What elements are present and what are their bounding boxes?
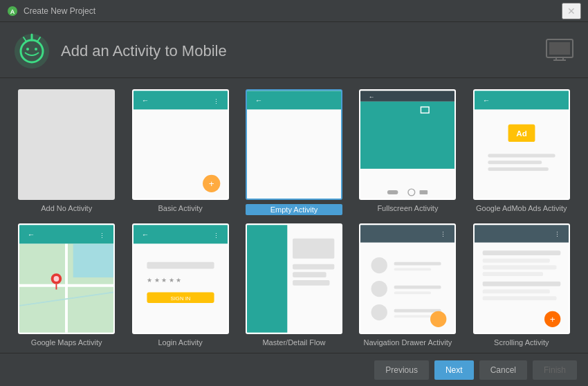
svg-rect-85 bbox=[482, 290, 549, 294]
dialog: Add an Activity to Mobile Add No Activit… bbox=[0, 22, 588, 386]
svg-rect-37 bbox=[488, 160, 542, 164]
thumb-scrolling-svg: ⋮ + bbox=[475, 225, 569, 333]
svg-rect-84 bbox=[482, 282, 560, 286]
svg-text:SIGN IN: SIGN IN bbox=[170, 295, 190, 302]
thumb-basic-svg: ← ⋮ + bbox=[134, 91, 228, 199]
thumb-navdrawer: ⋮ bbox=[359, 223, 456, 334]
svg-text:★ ★ ★ ★ ★: ★ ★ ★ ★ ★ bbox=[147, 277, 181, 284]
svg-point-67 bbox=[371, 257, 387, 273]
activity-item-navdrawer[interactable]: ⋮ Navigation Dra bbox=[355, 223, 460, 347]
label-login: Login Activity bbox=[158, 338, 202, 347]
activity-item-empty[interactable]: ← Empty Activity bbox=[241, 89, 347, 215]
title-bar-left: A Create New Project bbox=[7, 6, 95, 17]
finish-button[interactable]: Finish bbox=[533, 360, 577, 380]
svg-text:Ad: Ad bbox=[516, 129, 527, 138]
svg-rect-30 bbox=[420, 190, 428, 194]
thumb-fullscreen-svg: ← bbox=[360, 91, 454, 199]
thumb-masterdetail-svg bbox=[247, 225, 341, 333]
svg-text:⋮: ⋮ bbox=[440, 231, 446, 238]
svg-text:⋮: ⋮ bbox=[212, 232, 219, 239]
svg-point-6 bbox=[35, 48, 37, 50]
svg-rect-72 bbox=[394, 291, 431, 294]
svg-rect-82 bbox=[482, 266, 556, 270]
header: Add an Activity to Mobile bbox=[0, 22, 588, 78]
activity-item-masterdetail[interactable]: Master/Detail Flow bbox=[241, 223, 347, 347]
svg-rect-28 bbox=[387, 190, 398, 194]
svg-text:←: ← bbox=[141, 230, 149, 239]
svg-rect-59 bbox=[247, 225, 287, 332]
svg-text:←: ← bbox=[141, 96, 149, 104]
svg-point-5 bbox=[26, 48, 29, 50]
header-title: Add an Activity to Mobile bbox=[61, 42, 227, 60]
thumb-maps-svg: ← ⋮ bbox=[19, 225, 113, 333]
svg-text:←: ← bbox=[28, 230, 35, 239]
svg-rect-86 bbox=[482, 296, 556, 300]
android-logo bbox=[14, 33, 50, 69]
svg-text:⋮: ⋮ bbox=[99, 232, 105, 239]
thumb-masterdetail bbox=[246, 223, 342, 334]
thumb-empty: ← bbox=[246, 89, 342, 200]
svg-rect-83 bbox=[482, 272, 542, 276]
svg-rect-36 bbox=[488, 154, 555, 158]
label-fullscreen: Fullscreen Activity bbox=[377, 204, 438, 212]
label-basic: Basic Activity bbox=[158, 204, 203, 212]
svg-rect-71 bbox=[394, 286, 441, 289]
svg-point-73 bbox=[371, 304, 387, 320]
thumb-fullscreen: ← bbox=[359, 89, 456, 200]
svg-rect-74 bbox=[394, 309, 441, 313]
monitor-icon bbox=[545, 38, 574, 62]
activity-item-maps[interactable]: ← ⋮ bbox=[14, 223, 119, 347]
svg-text:+: + bbox=[549, 314, 555, 324]
svg-rect-68 bbox=[394, 262, 441, 266]
thumb-maps: ← ⋮ bbox=[18, 223, 115, 334]
next-button[interactable]: Next bbox=[434, 360, 474, 380]
svg-text:←: ← bbox=[255, 96, 263, 104]
thumb-login-svg: ← ⋮ ★ ★ ★ ★ ★ SIGN IN bbox=[134, 225, 228, 333]
svg-text:⋮: ⋮ bbox=[553, 231, 560, 238]
footer: Previous Next Cancel Finish bbox=[0, 353, 588, 386]
svg-text:A: A bbox=[10, 8, 15, 15]
svg-point-76 bbox=[430, 311, 446, 327]
svg-rect-38 bbox=[488, 167, 548, 171]
label-admob: Google AdMob Ads Activity bbox=[476, 204, 567, 212]
svg-rect-46 bbox=[73, 243, 113, 277]
activity-item-basic[interactable]: ← ⋮ + Basic Activity bbox=[127, 89, 232, 212]
content-area: Add No Activity ← ⋮ + bbox=[0, 78, 588, 353]
svg-text:←: ← bbox=[482, 96, 490, 104]
label-empty: Empty Activity bbox=[246, 204, 342, 215]
thumb-navdrawer-svg: ⋮ bbox=[360, 225, 454, 333]
svg-rect-61 bbox=[293, 264, 334, 270]
label-masterdetail: Master/Detail Flow bbox=[262, 338, 325, 347]
svg-rect-60 bbox=[293, 239, 334, 259]
app-icon: A bbox=[7, 6, 18, 17]
thumb-empty-svg: ← bbox=[247, 91, 341, 199]
activity-item-fullscreen[interactable]: ← Fullscreen Activity bbox=[355, 89, 460, 212]
label-maps: Google Maps Activity bbox=[31, 338, 102, 347]
svg-rect-62 bbox=[293, 272, 327, 277]
title-bar: A Create New Project ✕ bbox=[0, 0, 588, 22]
svg-text:←: ← bbox=[369, 93, 375, 100]
activity-grid: Add No Activity ← ⋮ + bbox=[14, 89, 574, 347]
header-right bbox=[545, 38, 574, 64]
activity-item-login[interactable]: ← ⋮ ★ ★ ★ ★ ★ SIGN IN Login Activity bbox=[127, 223, 232, 347]
thumb-admob-svg: ← Ad bbox=[475, 91, 569, 199]
svg-rect-75 bbox=[394, 315, 431, 318]
svg-point-70 bbox=[371, 281, 387, 297]
activity-item-no-activity[interactable]: Add No Activity bbox=[14, 89, 119, 212]
thumb-admob: ← Ad bbox=[473, 89, 570, 200]
cancel-button[interactable]: Cancel bbox=[479, 360, 527, 380]
title-bar-text: Create New Project bbox=[24, 6, 95, 16]
svg-rect-22 bbox=[247, 109, 341, 198]
activity-item-admob[interactable]: ← Ad Google AdMob Ads Activity bbox=[469, 89, 574, 212]
activity-item-scrolling[interactable]: ⋮ + Scrolling Activity bbox=[469, 223, 574, 347]
svg-rect-63 bbox=[293, 280, 329, 286]
svg-rect-81 bbox=[482, 259, 549, 263]
svg-point-48 bbox=[54, 276, 59, 282]
thumb-basic: ← ⋮ + bbox=[132, 89, 229, 200]
thumb-no-activity bbox=[18, 89, 115, 200]
close-button[interactable]: ✕ bbox=[562, 3, 581, 19]
svg-rect-69 bbox=[394, 268, 431, 270]
svg-text:⋮: ⋮ bbox=[212, 98, 219, 105]
label-scrolling: Scrolling Activity bbox=[494, 338, 549, 347]
previous-button[interactable]: Previous bbox=[374, 360, 429, 380]
